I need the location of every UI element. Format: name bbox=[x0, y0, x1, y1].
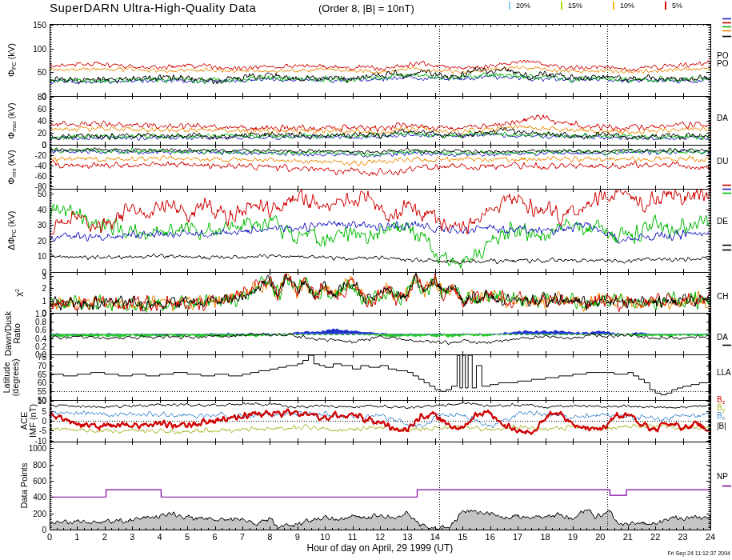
legend-label: 10% bbox=[620, 2, 634, 10]
legend-item-5%: 5% bbox=[665, 2, 682, 10]
legend-swatch-icon bbox=[665, 2, 666, 10]
y-tick-label: 10 bbox=[11, 252, 46, 261]
x-tick-label: 5 bbox=[175, 532, 199, 542]
x-tick-label: 1 bbox=[65, 532, 89, 542]
x-tick-label: 12 bbox=[368, 532, 392, 542]
plot-timestamp: Fri Sep 24 11:12:37 2004 bbox=[668, 550, 730, 556]
page-title: SuperDARN Ultra-High-Quality Data bbox=[50, 1, 256, 14]
right-label: DA bbox=[717, 114, 728, 122]
x-tick-label: 0 bbox=[38, 532, 62, 542]
right-label: |B| bbox=[717, 422, 726, 430]
page-subtitle: (Order 8, |B| = 10nT) bbox=[318, 2, 414, 14]
right-label: DE bbox=[717, 218, 728, 226]
y-tick-label: 80 bbox=[11, 93, 46, 102]
y-axis-label-phi_pc: ΦPC (kV) bbox=[7, 43, 18, 77]
legend-label: 15% bbox=[568, 2, 582, 10]
y-tick-label: 1 bbox=[11, 297, 46, 306]
x-tick-label: 13 bbox=[395, 532, 419, 542]
x-tick-label: 17 bbox=[506, 532, 530, 542]
y-tick-label: 3 bbox=[11, 272, 46, 281]
x-tick-label: 7 bbox=[230, 532, 254, 542]
legend-swatch-icon bbox=[509, 2, 510, 10]
x-tick-label: 10 bbox=[313, 532, 337, 542]
x-tick-label: 16 bbox=[478, 532, 502, 542]
y-axis-label-ace_imf: ACEIMF (nT) bbox=[20, 404, 38, 438]
y-axis-label-data_points: Data Points bbox=[20, 463, 29, 509]
right-label: DU bbox=[717, 158, 728, 166]
y-axis-label-latitude: Latitude(degrees) bbox=[2, 358, 20, 396]
x-tick-label: 19 bbox=[561, 532, 585, 542]
y-tick-label: 400 bbox=[11, 493, 46, 502]
x-tick-label: 20 bbox=[588, 532, 612, 542]
x-tick-label: 6 bbox=[203, 532, 227, 542]
x-tick-label: 14 bbox=[423, 532, 447, 542]
legend-item-15%: 15% bbox=[561, 2, 582, 10]
x-tick-label: 4 bbox=[148, 532, 172, 542]
right-label: DA bbox=[717, 334, 728, 342]
x-tick-label: 24 bbox=[698, 532, 722, 542]
y-tick-label: 1000 bbox=[11, 444, 46, 453]
x-tick-label: 21 bbox=[616, 532, 640, 542]
y-axis-label-dawn_dusk_ratio: Dawn/DuskRatio bbox=[4, 311, 22, 356]
y-tick-label: 0 bbox=[11, 141, 46, 150]
y-axis-label-chi2: χ2 bbox=[13, 289, 23, 297]
right-label: PO bbox=[717, 60, 728, 68]
chart-overlay: SuperDARN Ultra-High-Quality Data (Order… bbox=[0, 0, 732, 560]
x-tick-label: 3 bbox=[120, 532, 144, 542]
right-label: LLA bbox=[717, 369, 731, 377]
y-tick-label: 50 bbox=[11, 190, 46, 198]
legend-label: 20% bbox=[516, 2, 530, 10]
x-tick-label: 18 bbox=[534, 532, 558, 542]
y-tick-label: 200 bbox=[11, 510, 46, 518]
legend-label: 5% bbox=[672, 2, 682, 10]
y-tick-label: 800 bbox=[11, 461, 46, 470]
right-label: CH bbox=[717, 293, 728, 301]
x-tick-label: 23 bbox=[671, 532, 695, 542]
x-tick-label: 22 bbox=[643, 532, 667, 542]
legend-swatch-icon bbox=[561, 2, 562, 10]
x-tick-label: 8 bbox=[258, 532, 282, 542]
superdarn-plot-page: { "title": {"main": "SuperDARN Ultra-Hig… bbox=[0, 0, 732, 560]
y-tick-label: 150 bbox=[11, 21, 46, 30]
y-axis-label-delta_phi_pc: ΔΦPC (kV) bbox=[7, 210, 18, 250]
x-axis-title: Hour of day on April, 29 1999 (UT) bbox=[307, 542, 454, 554]
y-axis-label-phi_max: Φmax (kV) bbox=[7, 102, 18, 138]
x-tick-label: 9 bbox=[286, 532, 310, 542]
legend-swatch-icon bbox=[613, 2, 614, 10]
x-tick-label: 15 bbox=[450, 532, 474, 542]
right-label: NP bbox=[717, 473, 728, 481]
y-axis-label-phi_min: Φmin (kV) bbox=[7, 150, 18, 184]
legend-item-20%: 20% bbox=[509, 2, 530, 10]
legend-item-10%: 10% bbox=[613, 2, 634, 10]
y-tick-label: 600 bbox=[11, 477, 46, 486]
x-tick-label: 2 bbox=[93, 532, 117, 542]
x-tick-label: 11 bbox=[341, 532, 365, 542]
